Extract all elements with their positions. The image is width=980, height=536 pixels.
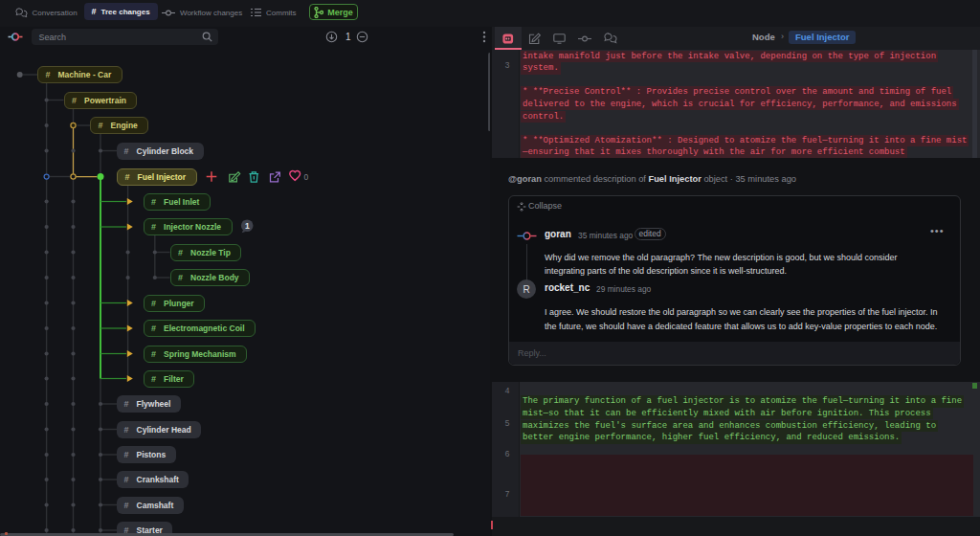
svg-text:1: 1 xyxy=(245,221,250,231)
svg-text:0: 0 xyxy=(304,172,309,182)
